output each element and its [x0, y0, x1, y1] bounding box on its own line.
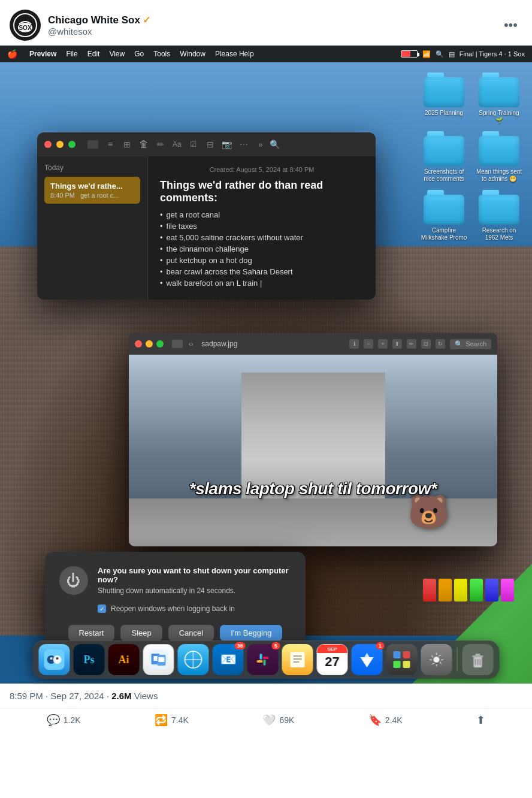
- grid-view-icon[interactable]: ⊞: [122, 140, 132, 149]
- bookmark-button[interactable]: 🔖 2.4K: [368, 714, 403, 727]
- menu-view[interactable]: View: [109, 50, 125, 58]
- preview-close-button[interactable]: [135, 340, 142, 347]
- menu-tools[interactable]: Tools: [153, 50, 170, 58]
- preview-maximize-button[interactable]: [156, 340, 164, 347]
- sidebar-toggle-icon[interactable]: [87, 140, 98, 149]
- preview-filename: sadpaw.jpg: [201, 340, 237, 348]
- dock-item-photoshop[interactable]: Ps: [74, 644, 105, 675]
- desktop-item-yellow: [454, 579, 467, 601]
- folder-icon: [424, 72, 464, 107]
- heart-icon: 🤍: [262, 714, 276, 727]
- sleep-button[interactable]: Sleep: [120, 625, 162, 641]
- share-icon[interactable]: ⋯: [239, 140, 249, 149]
- folder-1962-mets[interactable]: Research on 1962 Mets: [475, 190, 523, 241]
- notes-sidebar-header: Today: [44, 164, 140, 172]
- desktop-item-red: [423, 579, 436, 601]
- notes-item-meta: 8:40 PM get a root c...: [50, 192, 134, 199]
- menu-app[interactable]: Preview: [29, 50, 56, 58]
- rotate-icon[interactable]: ↻: [436, 339, 445, 349]
- dock-item-trash[interactable]: [463, 644, 494, 675]
- reply-icon: 💬: [47, 714, 60, 727]
- avatar[interactable]: SOX: [10, 10, 41, 41]
- restart-button[interactable]: Restart: [68, 625, 115, 641]
- retweet-button[interactable]: 🔁 7.4K: [155, 714, 189, 727]
- notes-main-area[interactable]: Created: August 5, 2024 at 8:40 PM Thing…: [148, 156, 376, 300]
- more-options-button[interactable]: •••: [499, 13, 522, 38]
- expand-icon[interactable]: »: [258, 140, 263, 149]
- dock-item-calendar[interactable]: SEP 27: [317, 644, 348, 675]
- list-item: the cinnamon challenge: [160, 244, 364, 253]
- annotate-icon[interactable]: ✏: [407, 339, 416, 349]
- crop-icon[interactable]: ⊡: [421, 339, 431, 349]
- close-button[interactable]: [44, 141, 52, 148]
- desktop-item-purple: [501, 579, 514, 601]
- checklist-icon[interactable]: ☑: [189, 140, 198, 149]
- share-preview-icon[interactable]: ⬆: [392, 339, 402, 349]
- minimize-button[interactable]: [56, 141, 64, 148]
- table-icon[interactable]: ⊟: [205, 140, 215, 149]
- dock-item-preview[interactable]: [143, 644, 174, 675]
- folder-mean-things[interactable]: Mean things sent to admins 😬: [475, 131, 523, 183]
- menu-go[interactable]: Go: [134, 50, 144, 58]
- dialog-title: Are you sure you want to shut down your …: [98, 566, 291, 584]
- dialog-buttons: Restart Sleep Cancel I'm Begging: [59, 625, 291, 641]
- cancel-button[interactable]: Cancel: [168, 625, 214, 641]
- folder-campfire[interactable]: Campfire Milkshake Promo: [420, 190, 468, 241]
- dock-item-safari[interactable]: [178, 644, 209, 675]
- folder-label: 2025 Planning: [425, 110, 463, 117]
- delete-icon[interactable]: 🗑: [139, 140, 149, 149]
- dock-item-settings[interactable]: [421, 644, 452, 675]
- menu-file[interactable]: File: [66, 50, 77, 58]
- compose-icon[interactable]: ✏: [156, 140, 165, 149]
- share-button[interactable]: ⬆: [476, 714, 485, 727]
- desktop-item-blue: [485, 579, 498, 601]
- folder-label: Spring Training 🌱: [475, 110, 523, 124]
- menu-window[interactable]: Window: [180, 50, 205, 58]
- notes-sidebar-item[interactable]: Things we'd rathe... 8:40 PM get a root …: [44, 177, 140, 204]
- info-icon[interactable]: ℹ: [349, 339, 359, 349]
- tweet-views-label: Views: [134, 691, 158, 701]
- svg-point-7: [56, 657, 59, 660]
- confirm-shutdown-button[interactable]: I'm Begging: [220, 625, 282, 641]
- font-size-icon[interactable]: Aa: [173, 140, 182, 149]
- svg-point-6: [50, 657, 53, 660]
- notes-sidebar: Today Things we'd rathe... 8:40 PM get a…: [37, 156, 148, 300]
- dock-item-notes[interactable]: [282, 644, 313, 675]
- dock-item-slack[interactable]: 5: [247, 644, 279, 675]
- dock-item-outlook[interactable]: 📧 36: [213, 644, 244, 675]
- preview-window: ‹› sadpaw.jpg ℹ − + ⬆ ✏ ⊡ ↻ 🔍 Search: [129, 333, 497, 546]
- preview-minimize-button[interactable]: [146, 340, 153, 347]
- dock-item-overflow[interactable]: [386, 644, 418, 675]
- media-icon[interactable]: 📷: [222, 140, 232, 149]
- power-icon: ⏻: [66, 572, 81, 589]
- dock-item-finder[interactable]: [39, 644, 70, 675]
- search-menubar-icon[interactable]: 🔍: [436, 50, 444, 58]
- tweet-actions: 💬 1.2K 🔁 7.4K 🤍 69K 🔖 2.4K ⬆: [0, 708, 532, 734]
- menu-help[interactable]: Please Help: [215, 50, 254, 58]
- zoom-in-icon[interactable]: +: [378, 339, 388, 349]
- dialog-header: ⏻ Are you sure you want to shut down you…: [59, 566, 291, 595]
- menu-edit[interactable]: Edit: [87, 50, 100, 58]
- preview-search[interactable]: 🔍 Search: [450, 339, 491, 349]
- notes-item-title: Things we'd rathe...: [50, 182, 134, 191]
- zoom-out-icon[interactable]: −: [364, 339, 373, 349]
- maximize-button[interactable]: [68, 141, 75, 148]
- control-center-icon[interactable]: ▤: [449, 50, 455, 58]
- folder-2025-planning[interactable]: 2025 Planning: [420, 72, 468, 124]
- dialog-checkbox[interactable]: ✓: [98, 604, 106, 613]
- svg-rect-19: [264, 660, 266, 666]
- nav-arrows[interactable]: ‹›: [189, 340, 193, 347]
- notes-toolbar: ≡ ⊞ 🗑 ✏ Aa ☑ ⊟ 📷 ⋯ » 🔍: [87, 140, 280, 149]
- search-notes-icon[interactable]: 🔍: [270, 140, 280, 149]
- reply-button[interactable]: 💬 1.2K: [47, 714, 81, 727]
- game-score: Final | Tigers 4 · 1 Sox: [460, 50, 525, 58]
- dock-item-illustrator[interactable]: Ai: [108, 644, 140, 675]
- dock-item-appstore[interactable]: 1: [352, 644, 383, 675]
- sidebar-toggle-icon[interactable]: [172, 340, 183, 348]
- display-name[interactable]: Chicago White Sox ✓: [48, 14, 150, 26]
- like-button[interactable]: 🤍 69K: [262, 714, 294, 727]
- folder-nice-comments[interactable]: Screenshots of nice comments: [420, 131, 468, 183]
- folder-spring-training[interactable]: Spring Training 🌱: [475, 72, 523, 124]
- list-view-icon[interactable]: ≡: [105, 140, 115, 149]
- notes-titlebar: ≡ ⊞ 🗑 ✏ Aa ☑ ⊟ 📷 ⋯ » 🔍: [37, 132, 376, 156]
